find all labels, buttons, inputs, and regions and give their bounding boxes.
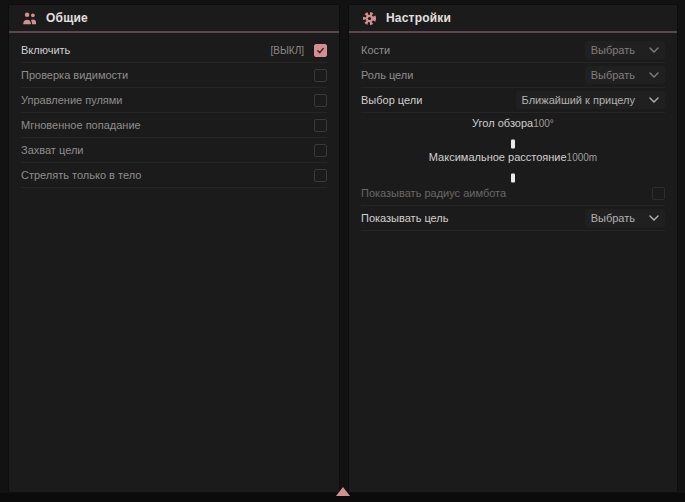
- show-target-dropdown[interactable]: Выбрать: [585, 209, 665, 227]
- row-label: Проверка видимости: [21, 69, 128, 81]
- row-show-target: Показывать цель Выбрать: [361, 206, 665, 231]
- row-label: Роль цели: [361, 69, 413, 81]
- keybind-hint: [ВЫКЛ]: [271, 45, 304, 56]
- row-enable: Включить [ВЫКЛ]: [21, 38, 327, 63]
- chevron-down-icon: [649, 47, 659, 53]
- dropdown-value: Выбрать: [591, 212, 635, 224]
- row-label: Кости: [361, 44, 390, 56]
- bones-dropdown[interactable]: Выбрать: [585, 41, 665, 59]
- dropdown-value: Ближайший к прицелу: [522, 94, 635, 106]
- dropdown-value: Выбрать: [591, 69, 635, 81]
- row-label: Включить: [21, 44, 70, 56]
- users-icon: [22, 11, 37, 26]
- row-label: Показывать радиус аимбота: [361, 187, 506, 199]
- fov-value: 100°: [533, 118, 554, 129]
- chevron-down-icon: [649, 97, 659, 103]
- row-fov: Угол обзора 100°: [361, 113, 665, 147]
- general-rows: Включить [ВЫКЛ] Проверка видимости Управ…: [9, 33, 339, 188]
- row-body-only: Стрелять только в тело: [21, 163, 327, 188]
- row-target-role: Роль цели Выбрать: [361, 63, 665, 88]
- row-label: Управление пулями: [21, 94, 123, 106]
- row-label: Угол обзора: [472, 117, 533, 129]
- slider-handle[interactable]: [511, 139, 515, 148]
- check-icon: [316, 46, 325, 55]
- chevron-down-icon: [649, 72, 659, 78]
- row-label: Выбор цели: [361, 94, 422, 106]
- row-label: Показывать цель: [361, 212, 449, 224]
- overlay-background: Общие Включить [ВЫКЛ] Проверка видимости: [0, 0, 685, 502]
- visibility-check-checkbox[interactable]: [314, 69, 327, 82]
- slider-handle[interactable]: [511, 173, 515, 182]
- row-bones: Кости Выбрать: [361, 38, 665, 63]
- row-target-selection: Выбор цели Ближайший к прицелу: [361, 88, 665, 113]
- enable-checkbox[interactable]: [314, 44, 327, 57]
- panel-title: Настройки: [386, 11, 451, 25]
- panel-settings: Настройки Кости Выбрать Роль цели Выбрат…: [348, 4, 678, 493]
- row-target-lock: Захват цели: [21, 138, 327, 163]
- gear-icon: [362, 11, 377, 26]
- panel-settings-header[interactable]: Настройки: [349, 5, 677, 33]
- row-instant-hit: Мгновенное попадание: [21, 113, 327, 138]
- max-distance-value: 1000m: [567, 152, 598, 163]
- row-max-distance: Максимальное расстояние 1000m: [361, 147, 665, 181]
- chevron-down-icon: [649, 215, 659, 221]
- row-bullet-control: Управление пулями: [21, 88, 327, 113]
- target-selection-dropdown[interactable]: Ближайший к прицелу: [516, 91, 665, 109]
- panel-general-header[interactable]: Общие: [9, 5, 339, 33]
- row-aimbot-radius: Показывать радиус аимбота: [361, 181, 665, 206]
- aimbot-radius-checkbox[interactable]: [652, 187, 665, 200]
- row-label: Мгновенное попадание: [21, 119, 141, 131]
- row-visibility-check: Проверка видимости: [21, 63, 327, 88]
- bullet-control-checkbox[interactable]: [314, 94, 327, 107]
- dropdown-value: Выбрать: [591, 44, 635, 56]
- cursor-triangle-icon: [336, 487, 350, 496]
- body-only-checkbox[interactable]: [314, 169, 327, 182]
- target-lock-checkbox[interactable]: [314, 144, 327, 157]
- row-label: Захват цели: [21, 144, 83, 156]
- instant-hit-checkbox[interactable]: [314, 119, 327, 132]
- row-label: Стрелять только в тело: [21, 169, 141, 181]
- panel-title: Общие: [46, 11, 88, 25]
- target-role-dropdown[interactable]: Выбрать: [585, 66, 665, 84]
- row-label: Максимальное расстояние: [429, 151, 567, 163]
- settings-rows: Кости Выбрать Роль цели Выбрать Выбор це…: [349, 33, 677, 231]
- panel-general: Общие Включить [ВЫКЛ] Проверка видимости: [8, 4, 340, 493]
